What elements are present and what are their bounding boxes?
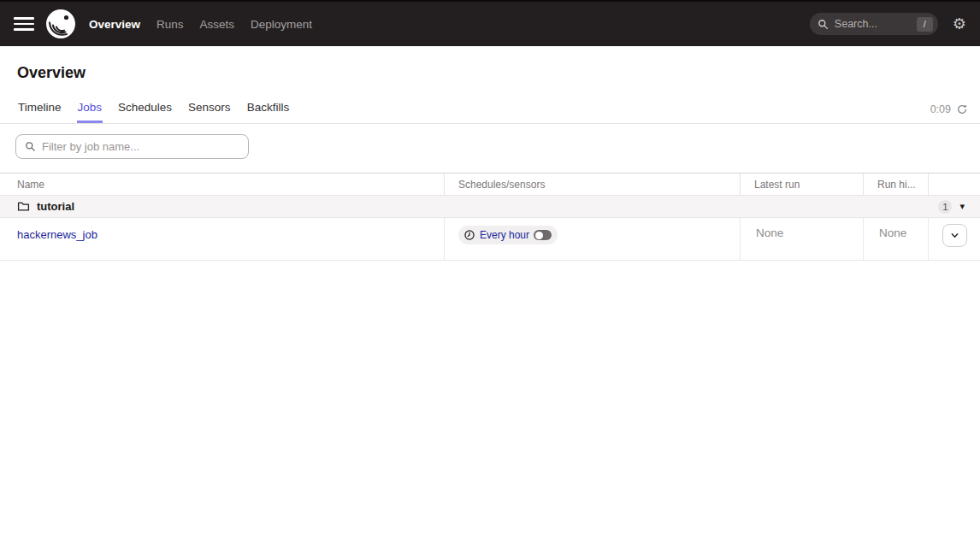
nav-item-assets[interactable]: Assets [200,18,235,31]
dagster-logo-icon[interactable] [45,9,76,39]
collapse-caret-icon[interactable]: ▾ [959,202,965,211]
tab-schedules[interactable]: Schedules [117,95,173,123]
chevron-down-icon [950,231,959,240]
page-title: Overview [0,46,980,95]
row-actions-button[interactable] [942,224,967,247]
gear-icon[interactable]: ⚙ [953,16,966,32]
tab-sensors[interactable]: Sensors [187,95,232,123]
hamburger-menu-icon[interactable] [14,17,34,31]
clock-icon [463,229,475,241]
tab-jobs[interactable]: Jobs [77,95,103,123]
nav-item-overview[interactable]: Overview [89,18,140,31]
primary-nav: Overview Runs Assets Deployment [89,18,312,31]
jobs-table: Name Schedules/sensors Latest run Run hi… [0,173,980,261]
job-filter-field[interactable] [15,134,249,159]
column-header-schedules: Schedules/sensors [445,174,741,195]
nav-item-deployment[interactable]: Deployment [251,18,312,31]
table-row-hackernews-job: hackernews_job Every hour None None [0,218,980,261]
table-header-row: Name Schedules/sensors Latest run Run hi… [0,174,980,196]
schedule-label: Every hour [480,229,529,241]
repo-group-row-tutorial[interactable]: tutorial 1 ▾ [0,196,980,218]
refresh-countdown: 0:09 [930,103,951,115]
tab-timeline[interactable]: Timeline [17,95,62,123]
column-header-actions [929,174,980,195]
search-icon [818,19,829,30]
group-label: tutorial [37,200,74,213]
dagster-app-window: Overview Runs Assets Deployment / ⚙ Over… [0,0,980,547]
column-header-name: Name [0,174,445,195]
latest-run-value: None [741,218,864,260]
nav-item-runs[interactable]: Runs [156,18,184,31]
folder-icon [17,200,30,213]
job-filter-input[interactable] [42,140,239,153]
column-header-run-history: Run hi... [864,174,929,195]
schedule-toggle-off[interactable] [534,230,552,240]
filter-search-icon [25,141,36,152]
search-shortcut-key: / [917,17,933,32]
job-link-hackernews-job[interactable]: hackernews_job [17,228,97,241]
column-header-latest-run: Latest run [741,174,864,195]
run-history-value: None [864,218,929,260]
refresh-icon[interactable] [956,103,968,115]
search-input[interactable] [835,18,913,30]
global-search[interactable]: / [810,13,938,35]
overview-tabs: Timeline Jobs Schedules Sensors Backfill… [0,95,980,124]
group-job-count-badge: 1 [938,200,952,214]
filter-bar [0,124,980,169]
tab-backfills[interactable]: Backfills [246,95,291,123]
schedule-chip[interactable]: Every hour [458,226,558,244]
top-navbar: Overview Runs Assets Deployment / ⚙ [0,0,980,46]
